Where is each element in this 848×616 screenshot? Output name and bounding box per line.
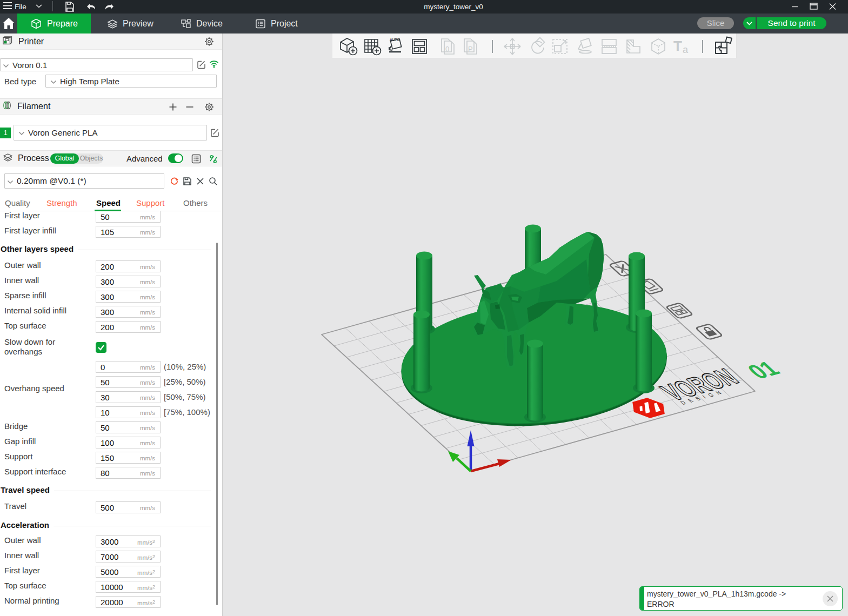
svg-text:01: 01 [741, 357, 785, 383]
svg-text:0: 0 [445, 45, 449, 53]
svg-text:a: a [683, 44, 689, 55]
svg-text:T: T [673, 38, 682, 54]
svg-text:mystery_tower_v0: mystery_tower_v0 [424, 3, 483, 11]
svg-text:AUTO: AUTO [390, 38, 399, 42]
svg-text:File: File [15, 3, 26, 11]
svg-text:P: P [468, 45, 473, 53]
